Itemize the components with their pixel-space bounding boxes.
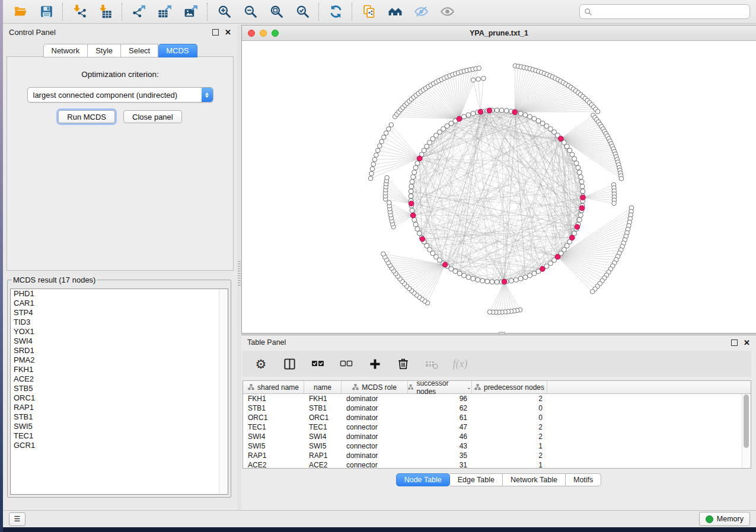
save-session-button[interactable] — [35, 2, 58, 21]
table-row[interactable]: STB1STB1dominator620 — [243, 403, 751, 413]
import-network-button[interactable] — [68, 2, 91, 21]
delete-column-button[interactable] — [395, 356, 411, 371]
mcds-result-item[interactable]: PHD1 — [11, 289, 228, 299]
close-panel-icon[interactable]: ✕ — [225, 30, 231, 35]
close-panel-button[interactable]: Close panel — [123, 110, 182, 123]
column-header-predecessor-nodes[interactable]: predecessor nodes — [472, 381, 547, 393]
mcds-result-item[interactable]: RAP1 — [11, 403, 228, 412]
tab-network[interactable]: Network — [43, 44, 88, 57]
float-panel-icon[interactable] — [731, 339, 738, 346]
table-scrollbar-track[interactable] — [742, 394, 751, 468]
refresh-view-button[interactable] — [324, 2, 347, 21]
criterion-select[interactable]: largest connected component (undirected) — [27, 87, 213, 102]
tab-node-table[interactable]: Node Table — [396, 473, 450, 486]
tab-network-table[interactable]: Network Table — [503, 473, 566, 486]
select-all-icon — [311, 357, 325, 371]
table-panel: Table Panel ✕ ⚙f(x) shared namenameMCDS … — [241, 335, 756, 510]
function-builder-button[interactable]: f(x) — [452, 356, 468, 371]
trash-icon — [397, 357, 410, 370]
first-neighbors-icon — [388, 4, 403, 19]
search-input[interactable] — [595, 7, 745, 17]
mcds-result-item[interactable]: STB1 — [11, 412, 228, 422]
table-row[interactable]: ORC1ORC1dominator610 — [243, 413, 751, 422]
select-all-button[interactable] — [310, 356, 326, 371]
table-row[interactable]: RAP1RAP1dominator352 — [243, 451, 751, 460]
float-panel-icon[interactable] — [212, 29, 219, 36]
table-settings-button[interactable]: ⚙ — [253, 356, 269, 371]
zoom-selected-button[interactable] — [291, 2, 314, 21]
mcds-result-item[interactable]: STB5 — [11, 384, 228, 393]
mcds-result-item[interactable]: FKH1 — [11, 365, 228, 374]
tab-select[interactable]: Select — [121, 44, 158, 57]
zoom-out-button[interactable] — [239, 2, 261, 21]
mcds-result-item[interactable]: SWI4 — [11, 336, 228, 346]
export-network-button[interactable] — [127, 2, 150, 21]
mcds-result-item[interactable]: STP4 — [11, 308, 228, 318]
task-history-button[interactable]: ☰ — [9, 512, 25, 526]
vertical-splitter[interactable] — [237, 24, 241, 510]
list-scrollbar-track[interactable] — [219, 289, 228, 494]
column-header-MCDS-role[interactable]: MCDS role — [342, 381, 408, 393]
tab-mcds[interactable]: MCDS — [158, 44, 197, 57]
import-table-button[interactable] — [94, 2, 117, 21]
table-row[interactable]: SWI4SWI4dominator462 — [243, 432, 751, 441]
toolbar-separator — [207, 3, 208, 21]
tab-motifs[interactable]: Motifs — [566, 473, 601, 486]
import-table-icon — [98, 4, 113, 19]
table-cell: 46 — [408, 432, 472, 441]
memory-status-icon — [706, 515, 713, 523]
deselect-all-button[interactable] — [339, 356, 354, 371]
export-table-button[interactable] — [154, 2, 176, 21]
table-scrollbar-thumb[interactable] — [744, 395, 749, 448]
mcds-result-item[interactable]: TEC1 — [11, 431, 228, 441]
add-column-button[interactable] — [367, 356, 382, 371]
mcds-result-item[interactable]: ACE2 — [11, 374, 228, 384]
delete-table-button[interactable] — [424, 356, 439, 371]
export-image-button[interactable] — [180, 2, 202, 21]
mcds-result-item[interactable]: ORC1 — [11, 393, 228, 403]
open-file-button[interactable] — [9, 2, 31, 21]
mcds-result-item[interactable]: SRD1 — [11, 346, 228, 355]
table-cell: RAP1 — [304, 451, 342, 460]
table-cell: 47 — [408, 423, 472, 431]
deselect-all-icon — [339, 357, 353, 371]
column-header-shared-name[interactable]: shared name — [243, 381, 304, 393]
mcds-result-item[interactable]: PMA2 — [11, 355, 228, 365]
run-mcds-button[interactable]: Run MCDS — [58, 110, 115, 123]
first-neighbors-button[interactable] — [384, 2, 406, 21]
column-header-name[interactable]: name — [304, 381, 342, 393]
column-header-successor-nodes[interactable]: successor nodes⌄ — [408, 381, 472, 393]
splitter-handle[interactable] — [238, 261, 241, 286]
show-columns-button[interactable] — [282, 356, 297, 371]
mcds-result-item[interactable]: SWI5 — [11, 422, 228, 431]
table-cell: ORC1 — [243, 414, 304, 422]
table-cell: dominator — [342, 451, 408, 460]
hide-selected-icon — [414, 4, 429, 19]
network-titlebar: YPA_prune.txt_1 — [242, 25, 756, 41]
zoom-fit-button[interactable] — [265, 2, 288, 21]
table-row[interactable]: FKH1FKH1dominator962 — [243, 394, 751, 403]
show-all-button[interactable] — [436, 2, 458, 21]
table-cell: ACE2 — [304, 461, 342, 469]
table-row[interactable]: SWI5SWI5connector431 — [243, 441, 751, 451]
zoom-in-button[interactable] — [213, 2, 235, 21]
clone-network-button[interactable] — [358, 2, 380, 21]
mcds-result-item[interactable]: CAR1 — [11, 299, 228, 308]
mcds-result-list[interactable]: PHD1CAR1STP4TID3YOX1SWI4SRD1PMA2FKH1ACE2… — [10, 289, 228, 495]
network-canvas[interactable] — [242, 41, 756, 333]
table-panel-title: Table Panel — [247, 338, 731, 347]
memory-button[interactable]: Memory — [699, 512, 750, 526]
tab-style[interactable]: Style — [88, 44, 121, 57]
network-graph[interactable] — [242, 41, 756, 333]
tab-edge-table[interactable]: Edge Table — [450, 473, 503, 486]
mcds-result-item[interactable]: YOX1 — [11, 327, 228, 336]
table-cell: dominator — [342, 395, 408, 403]
mcds-result-item[interactable]: GCR1 — [11, 441, 228, 450]
hide-selected-button[interactable] — [410, 2, 432, 21]
table-row[interactable]: TEC1TEC1connector472 — [243, 422, 751, 432]
close-panel-icon[interactable]: ✕ — [744, 340, 750, 345]
mcds-result-groupbox: MCDS result (17 nodes) PHD1CAR1STP4TID3Y… — [7, 275, 231, 498]
mcds-result-item[interactable]: TID3 — [11, 318, 228, 327]
table-row[interactable]: ACE2ACE2connector311 — [243, 460, 751, 469]
zoom-selected-icon — [295, 4, 310, 19]
